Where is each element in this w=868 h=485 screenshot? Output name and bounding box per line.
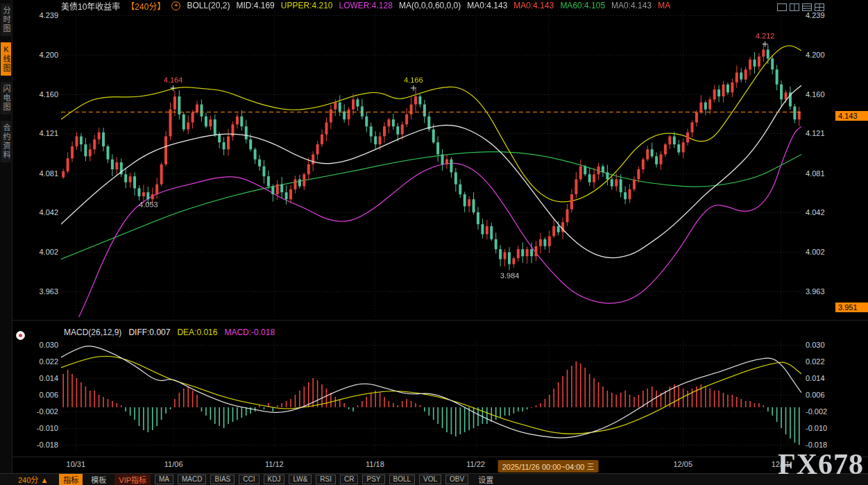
price-tick-label: 4.121 <box>21 129 58 137</box>
macd-params: MACD(26,12,9) <box>64 327 121 337</box>
macd-diff-value: DIFF:0.007 <box>128 327 170 337</box>
macd-tick-label: -0.002 <box>21 407 58 416</box>
x-axis-label: 11/22 <box>466 460 485 468</box>
boll-upper-value: UPPER:4.210 <box>281 1 333 10</box>
macd-tick-label: 0.006 <box>806 391 825 399</box>
macd-tick-label: -0.018 <box>21 441 58 449</box>
tab-template[interactable]: 模板 <box>87 474 110 485</box>
macd-tick-label: 0.014 <box>806 374 825 382</box>
boll-lower-value: LOWER:4.128 <box>339 1 393 10</box>
indicator-button-kdj[interactable]: KDJ <box>264 475 285 484</box>
ma60-value: MA60:4.105 <box>560 1 605 10</box>
price-tick-label: 4.081 <box>21 169 58 178</box>
price-tick-label: 4.160 <box>806 90 825 99</box>
sidebar-item-4[interactable]: 合约资料 <box>1 121 11 162</box>
price-badge: 3.951 <box>835 303 868 312</box>
x-axis-label: 11/12 <box>265 460 284 468</box>
indicator-button-obv[interactable]: OBV <box>445 475 468 484</box>
price-tick-label: 4.200 <box>21 51 58 59</box>
panel-divider <box>0 320 868 321</box>
layout-quad-icon[interactable] <box>815 1 824 14</box>
tab-vip-indicator[interactable]: VIP指标 <box>114 474 151 485</box>
macd-hist-value: MACD:-0.018 <box>224 327 275 337</box>
macd-tick-label: 0.022 <box>21 357 58 366</box>
price-tick-label: 4.200 <box>806 51 825 59</box>
macd-dea-value: DEA:0.016 <box>177 327 217 337</box>
indicator-button-ma[interactable]: MA <box>155 475 173 484</box>
boll-params: BOLL(20,2) <box>187 1 230 10</box>
indicator-button-lw[interactable]: LW& <box>289 475 312 484</box>
price-tick-label: 3.963 <box>21 287 58 296</box>
macd-legend: MACD(26,12,9)DIFF:0.007DEA:0.016MACD:-0.… <box>64 327 275 337</box>
macd-tick-label: 0.030 <box>21 341 58 349</box>
x-axis-label: 11/18 <box>366 460 384 468</box>
ma-truncated: MA <box>658 1 670 10</box>
price-tick-label: 4.002 <box>806 248 825 256</box>
watermark: FX678 <box>778 448 864 481</box>
price-tick-label: 4.002 <box>21 248 58 256</box>
ma0-value-3: MA0:4.143 <box>611 1 652 10</box>
macd-tick-label: 0.030 <box>806 341 825 349</box>
price-tick-label: 4.160 <box>21 90 58 99</box>
indicator-button-vol[interactable]: VOL <box>419 475 441 484</box>
left-sidebar: 分时图K线图闪电图合约资料 <box>0 0 12 485</box>
period-selector[interactable]: 240分 ▲ <box>18 474 48 485</box>
layout-two-col-icon[interactable] <box>790 1 799 14</box>
ma0-value-2: MA0:4.143 <box>513 1 554 10</box>
indicator-button-cr[interactable]: CR <box>340 475 358 484</box>
x-axis-label: 10/31 <box>67 460 86 468</box>
price-badge: 4.143 <box>835 111 868 121</box>
crosshair-date-label: 2025/11/26 00:00~04:00 三 <box>498 460 599 473</box>
period-label: 【240分】 <box>126 0 165 12</box>
indicator-button-boll[interactable]: BOLL <box>389 475 416 484</box>
indicator-button-cci[interactable]: CCI <box>239 475 259 484</box>
bottom-toolbar: 240分 ▲指标模板VIP指标MAMACDBIASCCIKDJLW&RSICRP… <box>0 473 868 485</box>
top-legend-bar: 美债10年收益率【240分】+BOLL(20,2)MID:4.169UPPER:… <box>61 0 670 11</box>
price-chart-canvas[interactable] <box>61 11 801 317</box>
sidebar-item-2[interactable]: K线图 <box>1 42 11 76</box>
sidebar-item-3[interactable]: 闪电图 <box>1 82 11 114</box>
macd-tick-label: 0.006 <box>21 391 58 399</box>
price-tick-label: 4.081 <box>806 169 825 178</box>
macd-chart-canvas[interactable] <box>61 340 801 451</box>
ma0-value-1: MA0:4.143 <box>467 1 507 10</box>
axis-divider <box>0 457 868 457</box>
price-tick-label: 4.121 <box>806 129 825 137</box>
ma-params: MA(0,0,0,60,0,0) <box>399 1 461 10</box>
x-axis-label: 11/06 <box>164 460 183 468</box>
boll-mid-value: MID:4.169 <box>236 1 274 10</box>
price-tick-label: 3.963 <box>806 287 825 296</box>
layout-three-row-icon[interactable] <box>802 1 812 14</box>
price-tick-label: 4.239 <box>21 11 58 19</box>
window-layout-icons <box>777 1 824 14</box>
sidebar-item-1[interactable]: 分时图 <box>1 3 11 36</box>
macd-tick-label: -0.002 <box>806 407 827 416</box>
indicator-button-macd[interactable]: MACD <box>178 475 206 484</box>
macd-tick-label: -0.010 <box>21 424 58 432</box>
price-tick-label: 4.042 <box>806 208 825 216</box>
chart-app: 分时图K线图闪电图合约资料 美债10年收益率【240分】+BOLL(20,2)M… <box>0 0 868 485</box>
price-tick-label: 4.042 <box>21 208 58 216</box>
tab-indicator[interactable]: 指标 <box>59 474 83 485</box>
indicator-button-bias[interactable]: BIAS <box>210 475 235 484</box>
add-indicator-icon[interactable]: + <box>171 1 180 10</box>
indicator-button-psy[interactable]: PSY <box>362 475 384 484</box>
crosshair-marker-icon[interactable] <box>16 331 25 340</box>
layout-single-icon[interactable] <box>777 1 787 14</box>
settings-button[interactable]: 设置 <box>478 474 493 485</box>
x-axis-label: 12/05 <box>674 460 693 468</box>
macd-tick-label: -0.010 <box>806 424 827 432</box>
macd-tick-label: 0.022 <box>806 357 825 366</box>
indicator-button-rsi[interactable]: RSI <box>316 475 336 484</box>
symbol-title: 美债10年收益率 <box>61 0 120 12</box>
macd-tick-label: 0.014 <box>21 374 58 382</box>
